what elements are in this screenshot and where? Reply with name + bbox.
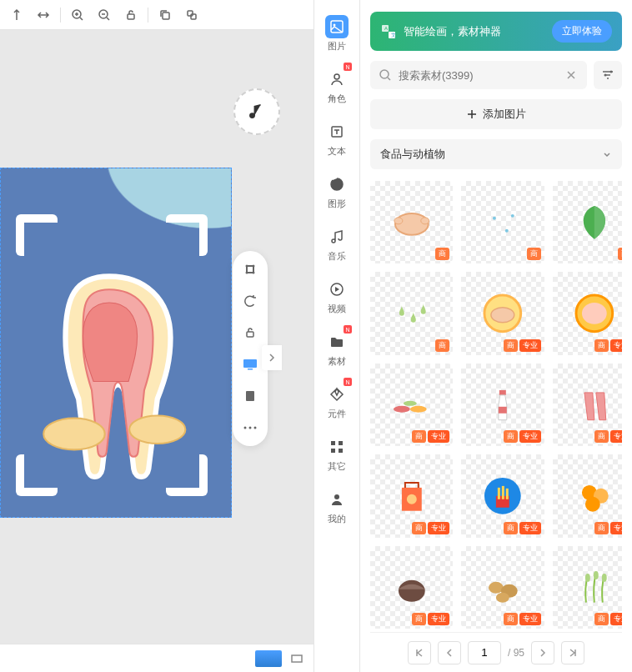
svg-rect-28 <box>331 449 335 453</box>
svg-point-7 <box>129 415 185 444</box>
try-now-button[interactable]: 立即体验 <box>552 20 612 43</box>
nav-item-grid[interactable]: 其它 <box>319 432 355 476</box>
svg-rect-52 <box>499 406 507 413</box>
category-label: 食品与动植物 <box>380 147 445 162</box>
sidebar-nav: 图片角色N文本图形音乐视频素材N元件N其它我的 <box>313 0 360 672</box>
asset-tags: 商专业 <box>412 522 449 534</box>
filter-button[interactable] <box>594 61 622 89</box>
asset-tags: 商 <box>435 339 449 352</box>
svg-point-36 <box>610 71 613 73</box>
plus-icon <box>466 108 478 120</box>
asset-wheat[interactable]: 商专业 <box>553 546 622 629</box>
svg-point-45 <box>491 308 514 323</box>
canvas[interactable] <box>0 30 313 644</box>
page-input[interactable] <box>468 641 501 664</box>
asset-biscuits[interactable]: 商专业 <box>553 454 622 537</box>
selected-image[interactable] <box>0 168 232 518</box>
svg-point-22 <box>334 24 336 27</box>
svg-point-47 <box>582 303 607 324</box>
crop-tool-button[interactable] <box>242 261 258 278</box>
layer-button[interactable] <box>242 388 258 404</box>
asset-chicken[interactable]: 商 <box>370 181 453 263</box>
banner-text: 智能绘画，素材神器 <box>404 24 545 39</box>
text-icon <box>325 120 349 143</box>
asset-bottle[interactable]: 商专业 <box>461 364 544 446</box>
search-input[interactable] <box>399 69 557 82</box>
more-button[interactable] <box>242 419 258 436</box>
page-prev-button[interactable] <box>438 641 461 664</box>
align-horizontal-button[interactable] <box>32 3 55 27</box>
clear-search-button[interactable] <box>564 68 579 83</box>
user-icon <box>325 68 349 91</box>
svg-point-68 <box>594 570 599 579</box>
category-select[interactable]: 食品与动植物 <box>370 139 622 169</box>
svg-rect-4 <box>188 11 193 16</box>
svg-point-63 <box>399 579 425 601</box>
lock-button[interactable] <box>242 324 258 341</box>
nav-item-video[interactable]: 视频 <box>319 274 355 318</box>
asset-tags: 商专业 <box>412 430 449 443</box>
asset-nut[interactable]: 商专业 <box>370 546 453 629</box>
align-vertical-button[interactable] <box>5 3 28 27</box>
duplicate-button[interactable] <box>180 3 203 27</box>
svg-point-49 <box>410 406 427 413</box>
nav-item-music[interactable]: 音乐 <box>319 222 355 266</box>
svg-rect-26 <box>331 441 335 445</box>
page-first-button[interactable] <box>408 641 431 664</box>
nav-item-folder[interactable]: 素材N <box>319 327 355 371</box>
svg-point-48 <box>394 406 410 413</box>
display-button[interactable] <box>242 356 258 373</box>
asset-dots[interactable]: 商 <box>461 181 544 263</box>
asset-bag[interactable]: 商专业 <box>370 454 453 537</box>
separator <box>148 8 148 23</box>
page-list-icon[interactable] <box>290 652 303 665</box>
stage-thumbnail-button[interactable] <box>255 650 282 667</box>
svg-text:A: A <box>384 26 388 31</box>
asset-plates[interactable]: 商专业 <box>370 364 453 446</box>
svg-point-67 <box>585 573 590 581</box>
zoom-in-button[interactable] <box>66 3 89 27</box>
svg-point-37 <box>604 74 607 77</box>
pagination: / 95 <box>370 632 622 672</box>
rotate-button[interactable] <box>242 293 258 309</box>
asset-grid: 商商商商商专业商专业商专业商专业商专业商专业商专业商专业商专业商专业商专业 <box>370 181 622 632</box>
nav-item-image[interactable]: 图片 <box>319 12 355 56</box>
asset-tags: 商专业 <box>594 339 622 352</box>
asset-patty[interactable]: 商专业 <box>553 272 622 354</box>
svg-rect-59 <box>506 489 509 499</box>
page-last-button[interactable] <box>561 641 584 664</box>
nav-label: 文本 <box>328 145 346 158</box>
svg-point-62 <box>585 497 600 512</box>
music-button[interactable] <box>233 88 280 135</box>
asset-meat[interactable]: 商专业 <box>553 364 622 446</box>
translate-icon: A文 <box>380 23 397 40</box>
asset-drops[interactable]: 商 <box>370 272 453 354</box>
svg-rect-14 <box>243 359 257 368</box>
svg-point-66 <box>496 592 509 602</box>
nav-item-text[interactable]: 文本 <box>319 117 355 161</box>
asset-fries[interactable]: 商专业 <box>461 454 544 537</box>
crop-corner-tl[interactable] <box>16 214 58 256</box>
svg-point-6 <box>43 419 105 450</box>
asset-leaf[interactable]: 商 <box>553 181 622 263</box>
nav-item-shape[interactable]: 图形 <box>319 169 355 213</box>
add-image-button[interactable]: 添加图片 <box>370 99 622 129</box>
svg-rect-5 <box>191 14 196 19</box>
unlock-button[interactable] <box>119 3 143 27</box>
nav-item-person[interactable]: 我的 <box>319 484 355 529</box>
nav-label: 图片 <box>328 40 346 53</box>
svg-point-39 <box>394 218 403 224</box>
zoom-out-button[interactable] <box>93 3 116 27</box>
page-next-button[interactable] <box>531 641 554 664</box>
svg-point-54 <box>407 494 417 504</box>
crop-corner-tr[interactable] <box>166 214 208 256</box>
asset-chicken-circle[interactable]: 商专业 <box>461 272 544 354</box>
svg-point-30 <box>334 494 339 499</box>
video-icon <box>325 278 349 301</box>
svg-point-35 <box>380 70 389 78</box>
nav-item-component[interactable]: 元件N <box>319 379 355 424</box>
asset-potatoes[interactable]: 商专业 <box>461 546 544 629</box>
copy-button[interactable] <box>153 3 177 27</box>
panel-collapse-button[interactable] <box>262 345 282 370</box>
nav-item-user[interactable]: 角色N <box>319 64 355 108</box>
